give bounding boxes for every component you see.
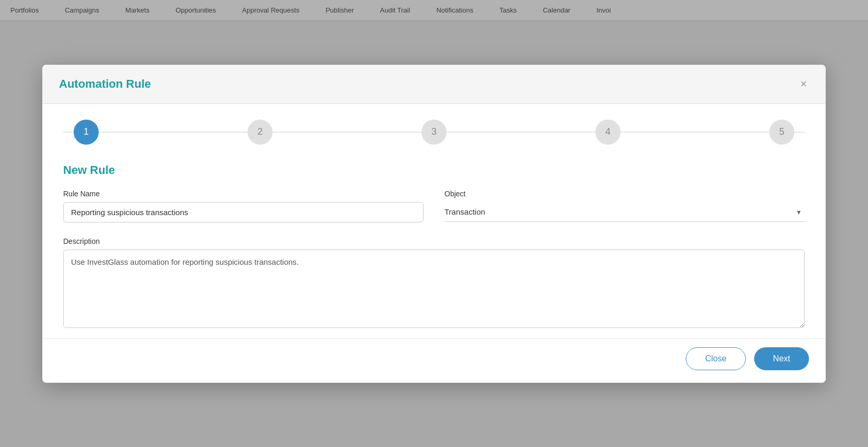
description-textarea[interactable]: Use InvestGlass automation for reporting… — [63, 250, 805, 328]
description-label: Description — [63, 237, 805, 245]
stepper: 1 2 3 4 5 — [63, 120, 805, 145]
automation-rule-modal: Automation Rule × 1 2 3 4 — [42, 65, 826, 383]
modal-title: Automation Rule — [59, 77, 151, 91]
step-3[interactable]: 3 — [421, 120, 447, 145]
close-button[interactable]: Close — [686, 347, 746, 370]
description-group: Description Use InvestGlass automation f… — [63, 237, 805, 328]
next-button[interactable]: Next — [754, 347, 809, 370]
step-2-label: 2 — [257, 126, 263, 137]
object-select-wrapper: Transaction Contact Portfolio Campaign ▾ — [444, 202, 805, 222]
object-group: Object Transaction Contact Portfolio Cam… — [444, 190, 805, 222]
modal-backdrop: Automation Rule × 1 2 3 4 — [0, 0, 868, 447]
rule-name-group: Rule Name — [63, 190, 424, 222]
section-title: New Rule — [63, 163, 805, 177]
step-1[interactable]: 1 — [74, 120, 99, 145]
object-label: Object — [444, 190, 805, 198]
step-4-label: 4 — [605, 126, 611, 137]
step-5-label: 5 — [779, 126, 784, 137]
step-1-label: 1 — [84, 126, 89, 137]
step-4[interactable]: 4 — [595, 120, 620, 145]
form-row-top: Rule Name Object Transaction Contact Por… — [63, 190, 805, 222]
object-select[interactable]: Transaction Contact Portfolio Campaign — [444, 202, 805, 222]
step-2[interactable]: 2 — [248, 120, 273, 145]
rule-name-label: Rule Name — [63, 190, 424, 198]
modal-footer: Close Next — [42, 338, 826, 383]
rule-name-input[interactable] — [63, 202, 424, 222]
modal-header: Automation Rule × — [42, 65, 826, 104]
modal-body: 1 2 3 4 5 New Rule Rule — [42, 104, 826, 338]
step-3-label: 3 — [431, 126, 437, 137]
step-5[interactable]: 5 — [769, 120, 794, 145]
modal-close-x-button[interactable]: × — [798, 76, 809, 92]
